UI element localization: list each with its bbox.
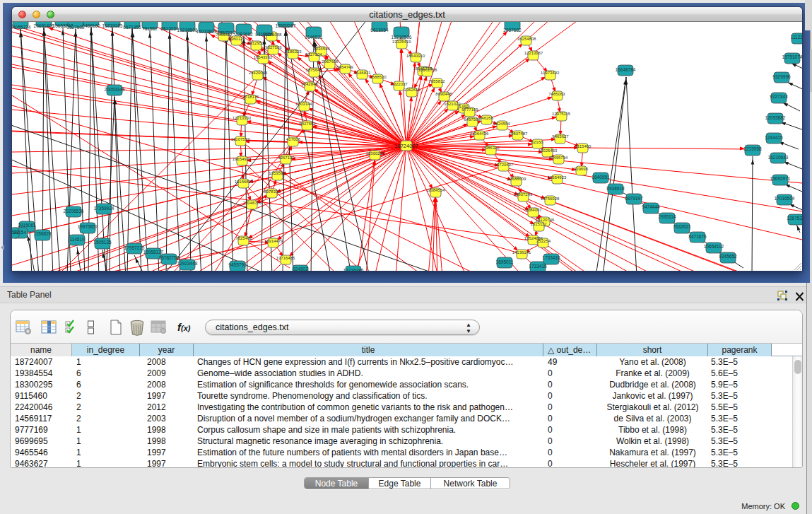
svg-text:1156829: 1156829 [34,231,52,236]
svg-text:18807249: 18807249 [514,192,533,197]
svg-text:7955812: 7955812 [428,79,445,83]
svg-text:1112304: 1112304 [791,35,802,40]
svg-text:7632621: 7632621 [673,224,691,229]
svg-text:9427552: 9427552 [299,122,316,126]
svg-text:18300295: 18300295 [366,151,385,156]
svg-text:15751074: 15751074 [782,54,802,59]
svg-text:9084067: 9084067 [525,208,542,212]
svg-text:18640910: 18640910 [406,54,425,58]
svg-text:6813054: 6813054 [370,28,389,33]
svg-text:19654923: 19654923 [233,157,252,161]
svg-text:15692971: 15692971 [770,176,791,181]
svg-text:62160: 62160 [531,140,543,144]
svg-text:2087682: 2087682 [503,28,522,33]
svg-text:2718176: 2718176 [242,95,259,99]
svg-text:16210643: 16210643 [768,155,789,160]
svg-text:10719185: 10719185 [102,23,123,28]
svg-text:8813054: 8813054 [160,26,179,31]
svg-text:24055724: 24055724 [12,25,31,30]
svg-text:15495794: 15495794 [549,156,568,160]
svg-text:10961758: 10961758 [418,68,437,72]
svg-text:9146821: 9146821 [305,35,323,40]
svg-text:7857274: 7857274 [217,30,235,35]
svg-text:9242848: 9242848 [301,82,318,86]
svg-text:9327504: 9327504 [305,52,322,57]
svg-text:13716485: 13716485 [343,268,364,271]
svg-text:10973493: 10973493 [541,71,560,75]
svg-text:6497568: 6497568 [464,117,481,122]
svg-text:3624554: 3624554 [493,122,510,126]
svg-text:2803144: 2803144 [295,102,312,106]
svg-text:8938918: 8938918 [606,186,625,191]
svg-text:1733416: 1733416 [529,264,547,269]
svg-text:417006: 417006 [286,137,301,141]
svg-text:8978332: 8978332 [264,189,281,194]
svg-text:19384554: 19384554 [426,188,445,192]
svg-text:751552: 751552 [142,26,158,31]
svg-text:19166825: 19166825 [235,180,254,184]
svg-text:9474444: 9474444 [642,204,660,209]
svg-text:9227343: 9227343 [770,94,788,99]
svg-text:10807487: 10807487 [509,132,528,136]
svg-text:3267130: 3267130 [278,156,295,160]
svg-text:9329996: 9329996 [772,74,791,79]
svg-text:924502: 924502 [293,267,308,271]
svg-text:9360125: 9360125 [228,37,245,41]
svg-text:13716485: 13716485 [276,256,295,260]
svg-text:9146821: 9146821 [354,71,371,75]
svg-text:2967608: 2967608 [322,59,339,64]
svg-text:14136141: 14136141 [512,250,531,255]
svg-text:15046706: 15046706 [243,201,262,205]
svg-text:16154808: 16154808 [517,37,536,41]
svg-text:1234546: 1234546 [313,47,330,51]
svg-text:12975115: 12975115 [552,112,571,116]
svg-text:9777169: 9777169 [461,107,478,112]
svg-text:10025453: 10025453 [539,148,558,153]
svg-text:21364436: 21364436 [470,132,489,136]
svg-text:12093882: 12093882 [765,115,786,120]
svg-text:9463627: 9463627 [552,134,569,139]
svg-text:1640951: 1640951 [592,175,610,180]
svg-text:10688609: 10688609 [507,177,526,181]
svg-text:6466160: 6466160 [82,23,100,28]
svg-text:16914479: 16914479 [264,239,283,243]
svg-text:8912950: 8912950 [247,41,264,45]
svg-text:19756928: 19756928 [541,197,560,201]
svg-text:924502: 924502 [12,230,19,235]
svg-text:19975857: 19975857 [78,224,98,229]
svg-text:10654112: 10654112 [704,244,724,249]
svg-text:8990448: 8990448 [435,92,452,96]
svg-text:18724007: 18724007 [394,143,418,149]
svg-text:8186323: 8186323 [285,49,302,54]
svg-text:20691406: 20691406 [34,23,54,28]
svg-text:252254: 252254 [536,239,551,243]
svg-text:1244415: 1244415 [765,135,783,140]
svg-text:8471676: 8471676 [688,234,707,239]
svg-text:6671355: 6671355 [123,25,141,30]
svg-text:8322037: 8322037 [391,82,408,86]
svg-text:13654923: 13654923 [548,175,567,180]
svg-text:1733416: 1733416 [542,255,560,260]
svg-text:1505135: 1505135 [93,240,112,245]
svg-text:17359924: 17359924 [94,206,114,211]
svg-text:19218506: 19218506 [177,28,198,33]
svg-text:16107553: 16107553 [231,137,250,141]
svg-text:114519: 114519 [69,237,85,242]
svg-text:19218506: 19218506 [392,35,412,40]
svg-text:3875645: 3875645 [305,68,322,72]
svg-text:6879197: 6879197 [625,196,643,201]
svg-text:15720407: 15720407 [495,163,514,167]
svg-text:7485063: 7485063 [548,92,565,96]
svg-text:12213303: 12213303 [233,116,252,120]
svg-text:8313054: 8313054 [255,32,273,37]
svg-text:10553267: 10553267 [276,23,296,28]
svg-text:20053346: 20053346 [105,87,125,92]
svg-text:17016504: 17016504 [775,196,795,201]
svg-text:12923448: 12923448 [177,261,198,266]
svg-text:20206536: 20206536 [64,209,84,214]
svg-text:9115460: 9115460 [575,144,592,148]
svg-text:2087682: 2087682 [235,32,253,37]
svg-text:1588520: 1588520 [370,75,387,79]
svg-text:1695011: 1695011 [496,259,514,264]
svg-text:9245652: 9245652 [719,254,737,259]
